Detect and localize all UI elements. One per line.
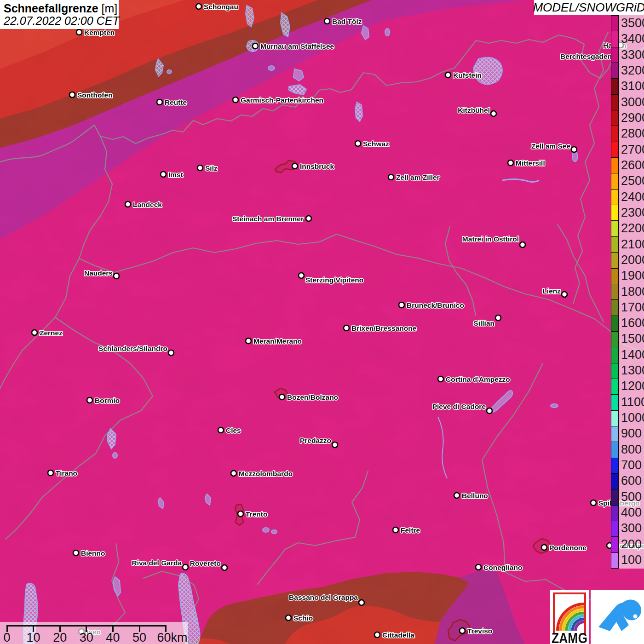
city-dot [438,376,443,382]
legend-tick-label: 1100 [621,396,644,408]
city-label: Imst [168,171,183,178]
city-marker-feltre: Feltre [393,526,420,534]
legend-tick-label: 800 [621,443,642,456]
legend-cell-1200 [611,379,618,395]
legend-tick-label: 3400 [621,33,644,45]
legend-tick-label: 2300 [621,207,644,219]
city-label: Cles [226,426,241,434]
scale-bar-label: 40 [106,631,120,644]
scale-bar: 0102030405060km [0,622,188,644]
city-dot [541,545,547,550]
city-marker-silz: Silz [197,164,218,172]
city-label: Matrei in Osttirol [462,235,519,243]
city-label: Kitzbühel [458,106,490,114]
legend-cell-2100 [611,237,618,253]
city-dot [279,394,285,400]
city-marker-imst: Imst [161,171,183,178]
city-label: Belluno [462,492,488,500]
legend-cell-1900 [611,269,618,284]
model-label-box: MODEL/SNOWGRiD [534,0,644,15]
map-title-text: Schneefallgrenze [4,2,98,15]
city-dot [76,29,82,35]
legend-cell-100 [611,553,618,568]
city-label: Schwaz [363,140,389,148]
city-dot [231,471,236,476]
city-dot [454,493,460,498]
legend-tick-label: 2200 [621,222,644,235]
city-dot [487,408,492,414]
legend-cell-3100 [611,79,618,94]
city-label: Schlanders/Silandro [98,345,167,352]
city-dot [157,99,162,105]
city-label: Mittersill [516,159,545,167]
city-dot [114,273,119,279]
city-label: Innsbruck [300,162,334,170]
city-label: Bormio [95,397,120,404]
city-dot [168,350,174,356]
map-datetime: 22.07.2022 02:00 CET [4,15,115,27]
legend-tick-label: 1200 [621,380,644,392]
city-dot [460,628,465,633]
city-marker-zell-am-ziller: Zell am Ziller [388,173,440,181]
lake-zeller-see [572,151,578,161]
legend-cell-2200 [611,221,618,236]
city-label: Landeck [133,201,162,208]
legend-tick-label: 3500 [621,17,644,29]
scale-bar-label: 50 [132,631,146,644]
city-label: Pieve di Cadore [432,402,486,410]
city-label: Kempten [84,29,115,36]
scale-bar-label: 0 [3,631,10,644]
scale-bar-label: 60km [157,631,188,644]
city-label: Steinach am Brenner [232,215,304,223]
city-marker-cortina-d-ampezzo: Cortina d'Ampezzo [438,375,510,383]
city-label: Zernez [40,329,63,337]
legend-tick-label: 2100 [621,238,644,251]
city-label: Riva del Garda [132,559,182,567]
mountain-logo [591,590,644,644]
city-label: Conegliano [483,564,522,571]
legend-cell-300 [611,521,618,537]
city-label: Garmisch-Partenkirchen [241,96,323,104]
city-dot [253,43,258,49]
city-label: Bozen/Bolzano [287,393,338,401]
city-dot [520,242,525,247]
legend-cell-2800 [611,126,618,142]
legend-cell-900 [611,426,618,442]
legend-tick-label: 2500 [621,175,644,187]
legend-cell-1100 [611,395,618,410]
city-marker-mezzolombardo: Mezzolombardo [231,470,293,477]
legend-tick-label: 1800 [621,286,644,298]
city-dot [292,163,298,169]
city-label: Tirano [56,469,77,477]
lake-caldonazzo [263,528,269,532]
city-label: Zell am See [531,142,571,150]
legend-cell-400 [611,506,618,521]
legend-cell-3400 [611,31,618,47]
city-label: Bassano del Grappa [289,593,358,601]
legend-tick-label: 100 [621,554,642,566]
city-dot [32,330,37,335]
city-label: Sonthofen [77,91,113,99]
legend-cell-1600 [611,316,618,332]
legend-cell-1700 [611,300,618,316]
city-label: Murnau am Staffelsee [260,42,334,50]
city-marker-trento: Trento [238,510,267,518]
city-dot [344,325,349,331]
city-label: Reutte [165,98,187,106]
city-dot [299,273,304,278]
lake-bannwaldsee [167,70,172,74]
city-marker-garmisch-partenkirchen: Garmisch-Partenkirchen [233,96,323,104]
city-marker-berchtesgaden: Berchtesgaden [560,52,618,62]
city-label: Rovereto [190,559,221,567]
city-dot [591,500,596,506]
city-dot [218,427,224,433]
legend-cell-1300 [611,363,618,379]
legend-cell-1800 [611,284,618,300]
city-dot [48,470,53,476]
city-dot [393,527,398,533]
city-marker-bozen-bolzano: Bozen/Bolzano [279,393,338,401]
legend-tick-label: 400 [621,506,642,519]
city-marker-reutte: Reutte [157,98,187,106]
legend-cell-2400 [611,190,618,205]
city-label: Kufstein [453,71,482,79]
